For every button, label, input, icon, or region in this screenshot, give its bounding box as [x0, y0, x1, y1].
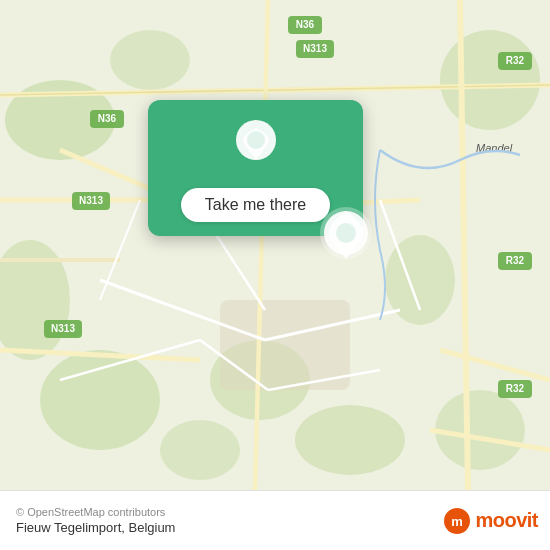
svg-point-7 [295, 405, 405, 475]
svg-point-6 [110, 30, 190, 90]
map-pin-icon [228, 118, 284, 174]
svg-rect-10 [220, 300, 350, 390]
svg-text:N36: N36 [296, 19, 315, 30]
svg-point-2 [40, 350, 160, 450]
place-name: Fieuw Tegelimport, Belgium [16, 520, 175, 535]
moovit-logo: m moovit [443, 507, 538, 535]
map-container: N36 N36 N36 N313 N313 N313 R32 R32 R32 M… [0, 0, 550, 490]
footer-info: © OpenStreetMap contributors Fieuw Tegel… [16, 506, 175, 535]
map-svg: N36 N36 N36 N313 N313 N313 R32 R32 R32 M… [0, 0, 550, 490]
svg-text:N313: N313 [51, 323, 75, 334]
moovit-icon: m [443, 507, 471, 535]
copyright-text: © OpenStreetMap contributors [16, 506, 175, 518]
svg-text:m: m [452, 514, 464, 529]
location-card: Take me there [148, 100, 363, 236]
svg-point-5 [440, 30, 540, 130]
svg-text:N313: N313 [79, 195, 103, 206]
take-me-there-button[interactable]: Take me there [181, 188, 330, 222]
svg-text:R32: R32 [506, 383, 525, 394]
svg-text:N36: N36 [98, 113, 117, 124]
svg-point-9 [160, 420, 240, 480]
svg-text:N313: N313 [303, 43, 327, 54]
svg-line-27 [100, 200, 140, 300]
svg-point-8 [435, 390, 525, 470]
svg-text:R32: R32 [506, 255, 525, 266]
svg-text:R32: R32 [506, 55, 525, 66]
svg-line-19 [440, 350, 550, 380]
moovit-text: moovit [475, 509, 538, 532]
footer-bar: © OpenStreetMap contributors Fieuw Tegel… [0, 490, 550, 550]
